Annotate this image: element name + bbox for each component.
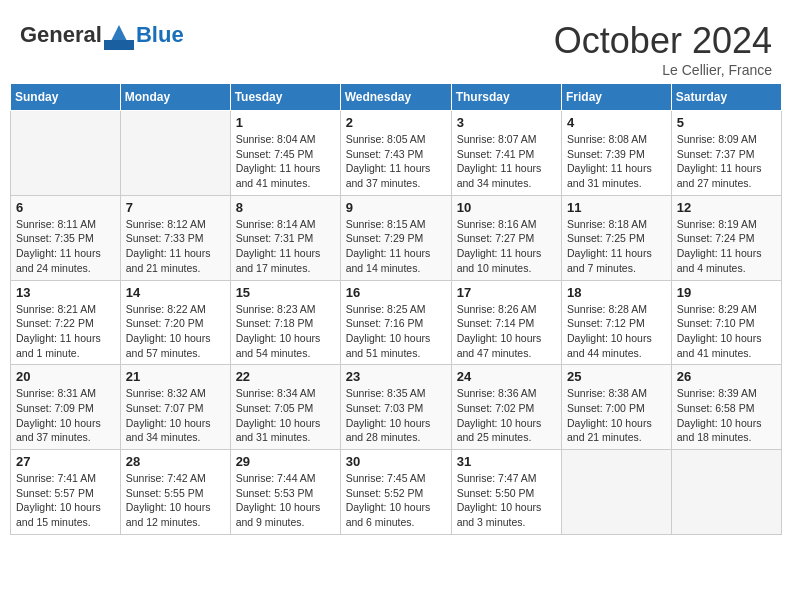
day-number: 16 — [346, 285, 446, 300]
calendar-week-row: 20Sunrise: 8:31 AMSunset: 7:09 PMDayligh… — [11, 365, 782, 450]
day-info: Sunrise: 8:22 AMSunset: 7:20 PMDaylight:… — [126, 302, 225, 361]
calendar-cell: 16Sunrise: 8:25 AMSunset: 7:16 PMDayligh… — [340, 280, 451, 365]
calendar-cell: 2Sunrise: 8:05 AMSunset: 7:43 PMDaylight… — [340, 111, 451, 196]
calendar-header-row: SundayMondayTuesdayWednesdayThursdayFrid… — [11, 84, 782, 111]
day-info: Sunrise: 8:21 AMSunset: 7:22 PMDaylight:… — [16, 302, 115, 361]
day-info: Sunrise: 8:04 AMSunset: 7:45 PMDaylight:… — [236, 132, 335, 191]
day-info: Sunrise: 8:07 AMSunset: 7:41 PMDaylight:… — [457, 132, 556, 191]
location-subtitle: Le Cellier, France — [554, 62, 772, 78]
day-info: Sunrise: 8:25 AMSunset: 7:16 PMDaylight:… — [346, 302, 446, 361]
day-info: Sunrise: 8:14 AMSunset: 7:31 PMDaylight:… — [236, 217, 335, 276]
calendar-cell: 8Sunrise: 8:14 AMSunset: 7:31 PMDaylight… — [230, 195, 340, 280]
day-number: 21 — [126, 369, 225, 384]
day-number: 30 — [346, 454, 446, 469]
calendar-cell — [11, 111, 121, 196]
day-number: 22 — [236, 369, 335, 384]
calendar-cell: 4Sunrise: 8:08 AMSunset: 7:39 PMDaylight… — [562, 111, 672, 196]
logo-text-general: General — [20, 22, 102, 48]
calendar-week-row: 13Sunrise: 8:21 AMSunset: 7:22 PMDayligh… — [11, 280, 782, 365]
day-number: 1 — [236, 115, 335, 130]
day-info: Sunrise: 8:16 AMSunset: 7:27 PMDaylight:… — [457, 217, 556, 276]
calendar-cell: 19Sunrise: 8:29 AMSunset: 7:10 PMDayligh… — [671, 280, 781, 365]
day-info: Sunrise: 8:18 AMSunset: 7:25 PMDaylight:… — [567, 217, 666, 276]
calendar-cell: 18Sunrise: 8:28 AMSunset: 7:12 PMDayligh… — [562, 280, 672, 365]
day-info: Sunrise: 8:12 AMSunset: 7:33 PMDaylight:… — [126, 217, 225, 276]
calendar-cell: 30Sunrise: 7:45 AMSunset: 5:52 PMDayligh… — [340, 450, 451, 535]
day-info: Sunrise: 8:35 AMSunset: 7:03 PMDaylight:… — [346, 386, 446, 445]
day-number: 12 — [677, 200, 776, 215]
calendar-cell: 15Sunrise: 8:23 AMSunset: 7:18 PMDayligh… — [230, 280, 340, 365]
calendar-week-row: 27Sunrise: 7:41 AMSunset: 5:57 PMDayligh… — [11, 450, 782, 535]
calendar-cell: 13Sunrise: 8:21 AMSunset: 7:22 PMDayligh… — [11, 280, 121, 365]
calendar-cell: 27Sunrise: 7:41 AMSunset: 5:57 PMDayligh… — [11, 450, 121, 535]
day-number: 15 — [236, 285, 335, 300]
logo-icon — [104, 20, 134, 50]
calendar-cell: 23Sunrise: 8:35 AMSunset: 7:03 PMDayligh… — [340, 365, 451, 450]
day-number: 19 — [677, 285, 776, 300]
calendar-cell: 10Sunrise: 8:16 AMSunset: 7:27 PMDayligh… — [451, 195, 561, 280]
calendar-day-header: Friday — [562, 84, 672, 111]
calendar-cell: 24Sunrise: 8:36 AMSunset: 7:02 PMDayligh… — [451, 365, 561, 450]
calendar-cell: 3Sunrise: 8:07 AMSunset: 7:41 PMDaylight… — [451, 111, 561, 196]
day-info: Sunrise: 7:41 AMSunset: 5:57 PMDaylight:… — [16, 471, 115, 530]
calendar-cell: 20Sunrise: 8:31 AMSunset: 7:09 PMDayligh… — [11, 365, 121, 450]
day-info: Sunrise: 7:44 AMSunset: 5:53 PMDaylight:… — [236, 471, 335, 530]
calendar-cell: 22Sunrise: 8:34 AMSunset: 7:05 PMDayligh… — [230, 365, 340, 450]
title-area: October 2024 Le Cellier, France — [554, 20, 772, 78]
calendar-cell: 26Sunrise: 8:39 AMSunset: 6:58 PMDayligh… — [671, 365, 781, 450]
day-info: Sunrise: 8:05 AMSunset: 7:43 PMDaylight:… — [346, 132, 446, 191]
svg-marker-1 — [104, 40, 134, 50]
day-info: Sunrise: 7:42 AMSunset: 5:55 PMDaylight:… — [126, 471, 225, 530]
calendar-cell: 25Sunrise: 8:38 AMSunset: 7:00 PMDayligh… — [562, 365, 672, 450]
day-number: 20 — [16, 369, 115, 384]
calendar-cell: 17Sunrise: 8:26 AMSunset: 7:14 PMDayligh… — [451, 280, 561, 365]
calendar-day-header: Sunday — [11, 84, 121, 111]
calendar-cell: 29Sunrise: 7:44 AMSunset: 5:53 PMDayligh… — [230, 450, 340, 535]
day-info: Sunrise: 7:47 AMSunset: 5:50 PMDaylight:… — [457, 471, 556, 530]
day-number: 10 — [457, 200, 556, 215]
day-info: Sunrise: 8:19 AMSunset: 7:24 PMDaylight:… — [677, 217, 776, 276]
day-info: Sunrise: 8:36 AMSunset: 7:02 PMDaylight:… — [457, 386, 556, 445]
day-number: 7 — [126, 200, 225, 215]
day-number: 26 — [677, 369, 776, 384]
calendar-cell — [120, 111, 230, 196]
day-number: 24 — [457, 369, 556, 384]
day-info: Sunrise: 8:11 AMSunset: 7:35 PMDaylight:… — [16, 217, 115, 276]
day-number: 29 — [236, 454, 335, 469]
day-number: 8 — [236, 200, 335, 215]
month-title: October 2024 — [554, 20, 772, 62]
day-number: 17 — [457, 285, 556, 300]
calendar-cell: 6Sunrise: 8:11 AMSunset: 7:35 PMDaylight… — [11, 195, 121, 280]
day-info: Sunrise: 8:34 AMSunset: 7:05 PMDaylight:… — [236, 386, 335, 445]
logo-text-blue: Blue — [136, 22, 184, 48]
day-number: 9 — [346, 200, 446, 215]
calendar-table: SundayMondayTuesdayWednesdayThursdayFrid… — [10, 83, 782, 535]
day-info: Sunrise: 8:38 AMSunset: 7:00 PMDaylight:… — [567, 386, 666, 445]
day-info: Sunrise: 8:15 AMSunset: 7:29 PMDaylight:… — [346, 217, 446, 276]
day-number: 3 — [457, 115, 556, 130]
calendar-cell — [671, 450, 781, 535]
calendar-week-row: 6Sunrise: 8:11 AMSunset: 7:35 PMDaylight… — [11, 195, 782, 280]
calendar-cell: 5Sunrise: 8:09 AMSunset: 7:37 PMDaylight… — [671, 111, 781, 196]
day-info: Sunrise: 8:29 AMSunset: 7:10 PMDaylight:… — [677, 302, 776, 361]
day-info: Sunrise: 8:28 AMSunset: 7:12 PMDaylight:… — [567, 302, 666, 361]
day-number: 13 — [16, 285, 115, 300]
logo: General Blue — [20, 20, 184, 50]
day-number: 23 — [346, 369, 446, 384]
calendar-day-header: Saturday — [671, 84, 781, 111]
day-number: 14 — [126, 285, 225, 300]
day-info: Sunrise: 8:39 AMSunset: 6:58 PMDaylight:… — [677, 386, 776, 445]
calendar-cell: 28Sunrise: 7:42 AMSunset: 5:55 PMDayligh… — [120, 450, 230, 535]
day-number: 18 — [567, 285, 666, 300]
day-number: 25 — [567, 369, 666, 384]
day-info: Sunrise: 8:32 AMSunset: 7:07 PMDaylight:… — [126, 386, 225, 445]
calendar-cell: 21Sunrise: 8:32 AMSunset: 7:07 PMDayligh… — [120, 365, 230, 450]
calendar-cell: 7Sunrise: 8:12 AMSunset: 7:33 PMDaylight… — [120, 195, 230, 280]
calendar-cell: 12Sunrise: 8:19 AMSunset: 7:24 PMDayligh… — [671, 195, 781, 280]
day-info: Sunrise: 7:45 AMSunset: 5:52 PMDaylight:… — [346, 471, 446, 530]
calendar-cell: 9Sunrise: 8:15 AMSunset: 7:29 PMDaylight… — [340, 195, 451, 280]
page-header: General Blue October 2024 Le Cellier, Fr… — [10, 10, 782, 83]
day-info: Sunrise: 8:26 AMSunset: 7:14 PMDaylight:… — [457, 302, 556, 361]
calendar-day-header: Monday — [120, 84, 230, 111]
day-info: Sunrise: 8:23 AMSunset: 7:18 PMDaylight:… — [236, 302, 335, 361]
